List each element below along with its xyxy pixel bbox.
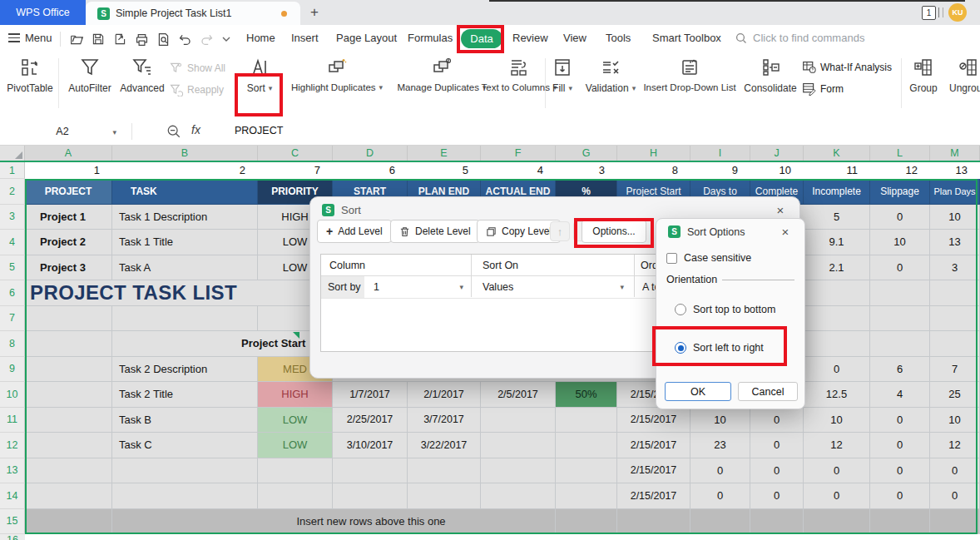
wps-office-tab[interactable]: WPS Office — [0, 0, 86, 25]
cell-M8[interactable] — [930, 331, 980, 357]
cell-M14[interactable]: 0 — [930, 483, 980, 509]
sort-button[interactable]: Sort▾ — [240, 57, 280, 94]
print-button[interactable] — [133, 31, 150, 47]
col-header-G[interactable]: G — [556, 146, 617, 161]
cell-D12[interactable]: 3/10/2017 — [333, 433, 408, 458]
copy-level-button[interactable]: Copy Level — [477, 220, 561, 243]
cell-B7[interactable] — [112, 306, 258, 332]
cell-M1[interactable]: 13 — [930, 162, 980, 179]
cell-I14[interactable]: 0 — [690, 483, 750, 509]
cell-M15[interactable] — [930, 509, 980, 535]
formula-bar-value[interactable]: PROJECT — [235, 125, 283, 136]
row-header-9[interactable]: 9 — [0, 357, 25, 383]
cell-I12[interactable]: 23 — [690, 433, 750, 458]
tab-page-layout[interactable]: Page Layout — [336, 32, 397, 44]
cell-E14[interactable] — [408, 483, 481, 509]
cell-E1[interactable]: 5 — [408, 162, 481, 179]
cell-C11-priority-low[interactable]: LOW — [258, 408, 333, 433]
cell-B4[interactable]: Task 1 Title — [112, 230, 258, 255]
row-header-5[interactable]: 5 — [0, 255, 25, 281]
cell-A10[interactable] — [25, 382, 112, 408]
cell-K5[interactable]: 2.1 — [804, 255, 870, 281]
cell-L4[interactable]: 10 — [870, 230, 930, 255]
cell-H11[interactable]: 2/15/2017 — [617, 408, 690, 433]
cell-B15-insert-note[interactable]: Insert new rows above this one — [112, 509, 556, 535]
cell-A2-project[interactable]: PROJECT — [25, 179, 112, 205]
cell-K9[interactable]: 0 — [804, 357, 870, 383]
cell-L10[interactable]: 4 — [870, 382, 930, 408]
add-level-button[interactable]: + Add Level — [317, 220, 392, 243]
move-level-up-button[interactable]: ↑ — [550, 221, 570, 241]
cell-B11[interactable]: Task B — [112, 408, 258, 433]
cell-A15[interactable] — [25, 509, 112, 535]
user-avatar[interactable]: KU — [948, 3, 967, 22]
cell-D13[interactable] — [333, 458, 408, 484]
row-header-13[interactable]: 13 — [0, 458, 25, 484]
redo-button[interactable] — [198, 31, 215, 47]
fill-button[interactable]: Fill▾ — [546, 57, 579, 94]
cell-A11[interactable] — [25, 408, 112, 433]
cell-C14[interactable] — [258, 483, 333, 509]
ok-button[interactable]: OK — [665, 382, 731, 401]
cell-L12[interactable]: 0 — [870, 433, 930, 458]
cell-G12[interactable] — [556, 433, 617, 458]
cancel-button[interactable]: Cancel — [738, 382, 798, 401]
manage-duplicates-button[interactable]: Manage Duplicates▾ — [393, 57, 491, 92]
cell-B12[interactable]: Task C — [112, 433, 258, 458]
cell-J14[interactable]: 0 — [750, 483, 804, 509]
cell-A14[interactable] — [25, 483, 112, 509]
cell-J15[interactable] — [750, 509, 804, 535]
cell-M3[interactable]: 10 — [930, 205, 980, 230]
tab-review[interactable]: Review — [512, 32, 548, 44]
cell-K7[interactable] — [804, 306, 870, 332]
cell-A13[interactable] — [25, 458, 112, 484]
window-count-badge[interactable]: 1 — [922, 6, 936, 20]
row-header-11[interactable]: 11 — [0, 408, 25, 433]
name-box-caret[interactable]: ▾ — [112, 128, 116, 136]
autofilter-button[interactable]: AutoFilter — [65, 57, 115, 94]
cell-D14[interactable] — [333, 483, 408, 509]
cell-M9[interactable]: 7 — [930, 357, 980, 383]
col-header-A[interactable]: A — [25, 146, 112, 161]
cell-A6-sheet-title[interactable]: PROJECT TASK LIST — [25, 280, 333, 306]
cell-A4[interactable]: Project 2 — [25, 230, 112, 255]
cell-K4[interactable]: 9.1 — [804, 230, 870, 255]
cell-B2-task[interactable]: TASK — [112, 179, 258, 205]
row-header-8[interactable]: 8 — [0, 331, 25, 357]
insert-dropdown-list-button[interactable]: Insert Drop-Down List — [642, 57, 737, 92]
close-icon[interactable]: × — [778, 224, 793, 239]
cell-L3[interactable]: 0 — [870, 205, 930, 230]
col-header-F[interactable]: F — [481, 146, 556, 161]
tab-data-active[interactable]: Data — [461, 29, 502, 48]
cell-L7[interactable] — [870, 306, 930, 332]
cell-B9[interactable]: Task 2 Description — [112, 357, 258, 383]
document-tab[interactable]: S Simple Project Task List1 — [86, 2, 300, 25]
cell-L1[interactable]: 12 — [870, 162, 930, 179]
cell-C10-priority-high[interactable]: HIGH — [258, 382, 333, 408]
cell-D10[interactable]: 1/7/2017 — [333, 382, 408, 408]
row-header-12[interactable]: 12 — [0, 433, 25, 458]
col-header-K[interactable]: K — [804, 146, 870, 161]
highlight-duplicates-button[interactable]: Highlight Duplicates▾ — [286, 57, 388, 92]
form-button[interactable]: Form — [802, 82, 844, 96]
cell-L14[interactable]: 0 — [870, 483, 930, 509]
new-tab-button[interactable]: + — [304, 2, 324, 22]
main-menu-button[interactable]: Menu — [8, 32, 52, 44]
cell-G15[interactable] — [556, 509, 617, 535]
open-file-button[interactable] — [68, 31, 85, 47]
cell-L15[interactable] — [870, 509, 930, 535]
cell-A9[interactable] — [25, 357, 112, 383]
cell-K10[interactable]: 12.5 — [804, 382, 870, 408]
print-preview-button[interactable] — [155, 31, 171, 47]
cell-L6[interactable] — [870, 280, 930, 306]
row-header-15[interactable]: 15 — [0, 509, 25, 535]
cell-L2-slippage[interactable]: Slippage — [870, 179, 930, 205]
cell-K6[interactable] — [804, 280, 870, 306]
cell-M12[interactable]: 12 — [930, 433, 980, 458]
cell-K11[interactable]: 10 — [804, 408, 870, 433]
cell-A1[interactable]: 1 — [25, 162, 112, 179]
cell-I15[interactable] — [690, 509, 750, 535]
command-search[interactable]: Click to find commands — [735, 32, 864, 44]
cell-G10-percent[interactable]: 50% — [556, 382, 617, 408]
cell-M13[interactable]: 0 — [930, 458, 980, 484]
